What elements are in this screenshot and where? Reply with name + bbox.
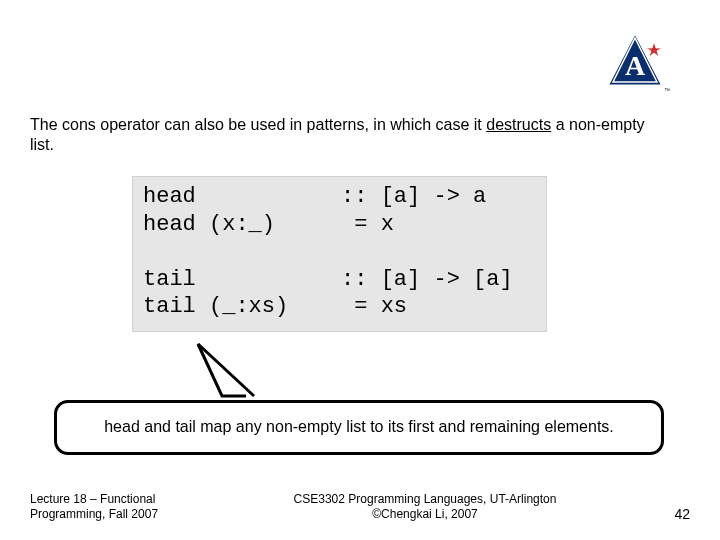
footer-left: Lecture 18 – Functional Programming, Fal… <box>0 492 200 522</box>
callout-box: head and tail map any non-empty list to … <box>54 400 664 455</box>
code-line-1: head :: [a] -> a <box>143 184 486 209</box>
uta-logo: A ™ <box>600 28 670 102</box>
footer-center: CSE3302 Programming Languages, UT-Arling… <box>200 492 650 522</box>
footer-page-number: 42 <box>650 506 720 522</box>
footer-left-line1: Lecture 18 – Functional <box>30 492 200 507</box>
slide-footer: Lecture 18 – Functional Programming, Fal… <box>0 492 720 522</box>
intro-pre: The cons operator can also be used in pa… <box>30 116 486 133</box>
footer-left-line2: Programming, Fall 2007 <box>30 507 200 522</box>
footer-center-line1: CSE3302 Programming Languages, UT-Arling… <box>200 492 650 507</box>
callout-pointer-icon <box>194 340 274 410</box>
svg-text:™: ™ <box>664 87 670 94</box>
code-line-4: tail (_:xs) = xs <box>143 294 407 319</box>
callout-wrapper: head and tail map any non-empty list to … <box>54 400 664 455</box>
footer-center-line2: ©Chengkai Li, 2007 <box>200 507 650 522</box>
intro-text: The cons operator can also be used in pa… <box>30 115 670 155</box>
code-line-3: tail :: [a] -> [a] <box>143 267 513 292</box>
code-line-2: head (x:_) = x <box>143 212 394 237</box>
code-block: head :: [a] -> a head (x:_) = x tail :: … <box>132 176 547 332</box>
svg-text:A: A <box>625 50 646 81</box>
callout-text: head and tail map any non-empty list to … <box>104 418 614 435</box>
intro-underlined: destructs <box>486 116 551 133</box>
